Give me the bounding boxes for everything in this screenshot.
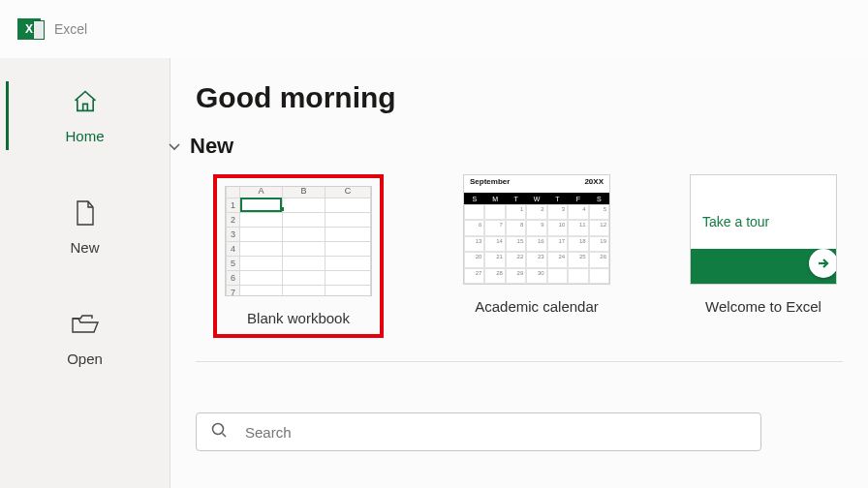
home-icon xyxy=(71,87,100,116)
content-area: Good morning New ABC 1 2 3 4 5 xyxy=(170,58,868,488)
template-thumb: Take a tour xyxy=(690,174,837,285)
search-input[interactable] xyxy=(245,424,747,441)
sidebar-item-label: New xyxy=(70,239,99,256)
title-bar: X Excel xyxy=(0,0,868,58)
app-name: Excel xyxy=(54,21,87,37)
calendar-icon: September 20XX SMTWTFS 12345 6789101112 … xyxy=(464,175,609,284)
svg-point-0 xyxy=(213,424,224,435)
templates-row: ABC 1 2 3 4 5 6 7 Blank workbook xyxy=(196,174,868,338)
sidebar: Home New Open xyxy=(0,58,170,488)
sidebar-item-open[interactable]: Open xyxy=(0,310,170,367)
calendar-month: September xyxy=(470,177,510,191)
template-thumb: September 20XX SMTWTFS 12345 6789101112 … xyxy=(463,174,610,285)
template-thumb: ABC 1 2 3 4 5 6 7 xyxy=(225,186,372,296)
greeting-heading: Good morning xyxy=(196,81,868,114)
section-new-header[interactable]: New xyxy=(167,134,868,159)
template-caption: Welcome to Excel xyxy=(705,298,822,315)
chevron-down-icon xyxy=(167,138,182,154)
sidebar-item-label: Open xyxy=(67,351,103,367)
folder-open-icon xyxy=(71,310,100,339)
template-caption: Academic calendar xyxy=(475,298,599,315)
section-new-title: New xyxy=(190,134,233,159)
search-icon xyxy=(210,421,228,442)
arrow-right-icon xyxy=(809,249,837,278)
template-welcome-to-excel[interactable]: Take a tour Welcome to Excel xyxy=(690,174,837,338)
take-a-tour-label: Take a tour xyxy=(702,214,769,229)
template-academic-calendar[interactable]: September 20XX SMTWTFS 12345 6789101112 … xyxy=(463,174,610,338)
sidebar-item-label: Home xyxy=(65,128,104,144)
section-divider xyxy=(196,361,843,362)
template-caption: Blank workbook xyxy=(247,310,350,326)
template-blank-workbook[interactable]: ABC 1 2 3 4 5 6 7 Blank workbook xyxy=(213,174,384,338)
sidebar-item-home[interactable]: Home xyxy=(0,87,170,144)
calendar-year: 20XX xyxy=(584,177,604,191)
excel-app-icon: X xyxy=(17,18,41,40)
search-box[interactable] xyxy=(196,412,761,451)
document-icon xyxy=(71,198,100,228)
sidebar-item-new[interactable]: New xyxy=(0,198,170,256)
mini-spreadsheet-icon: ABC 1 2 3 4 5 6 7 xyxy=(226,186,371,296)
